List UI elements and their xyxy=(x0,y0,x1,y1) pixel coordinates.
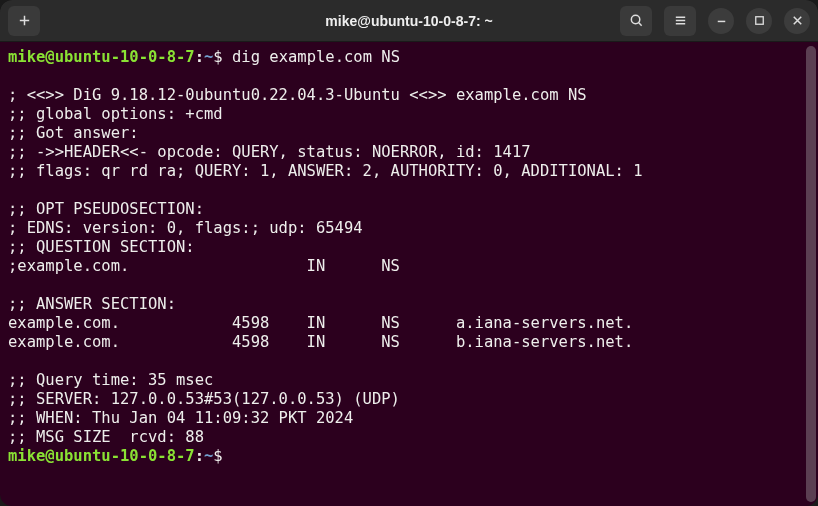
svg-point-0 xyxy=(631,15,639,23)
prompt-line-2: mike@ubuntu-10-0-8-7:~$ xyxy=(8,447,810,466)
minimize-icon xyxy=(714,13,729,28)
prompt-colon: : xyxy=(195,48,204,66)
search-icon xyxy=(629,13,644,28)
hamburger-icon xyxy=(673,13,688,28)
prompt-user: mike@ubuntu-10-0-8-7 xyxy=(8,447,195,465)
new-tab-button[interactable] xyxy=(8,6,40,36)
prompt-line-1: mike@ubuntu-10-0-8-7:~$ dig example.com … xyxy=(8,48,810,67)
command-text: dig example.com NS xyxy=(232,48,400,66)
prompt-path: ~ xyxy=(204,447,213,465)
search-button[interactable] xyxy=(620,6,652,36)
prompt-path: ~ xyxy=(204,48,213,66)
titlebar: mike@ubuntu-10-0-8-7: ~ xyxy=(0,0,818,42)
maximize-icon xyxy=(752,13,767,28)
minimize-button[interactable] xyxy=(708,8,734,34)
window-title: mike@ubuntu-10-0-8-7: ~ xyxy=(325,13,492,29)
prompt-dollar: $ xyxy=(213,447,222,465)
maximize-button[interactable] xyxy=(746,8,772,34)
terminal-area[interactable]: mike@ubuntu-10-0-8-7:~$ dig example.com … xyxy=(0,42,818,506)
close-icon xyxy=(790,13,805,28)
menu-button[interactable] xyxy=(664,6,696,36)
prompt-user: mike@ubuntu-10-0-8-7 xyxy=(8,48,195,66)
close-button[interactable] xyxy=(784,8,810,34)
prompt-colon: : xyxy=(195,447,204,465)
prompt-dollar: $ xyxy=(213,48,232,66)
svg-rect-1 xyxy=(755,17,763,25)
command-output: ; <<>> DiG 9.18.12-0ubuntu0.22.04.3-Ubun… xyxy=(8,67,810,447)
scrollbar[interactable] xyxy=(806,46,816,502)
